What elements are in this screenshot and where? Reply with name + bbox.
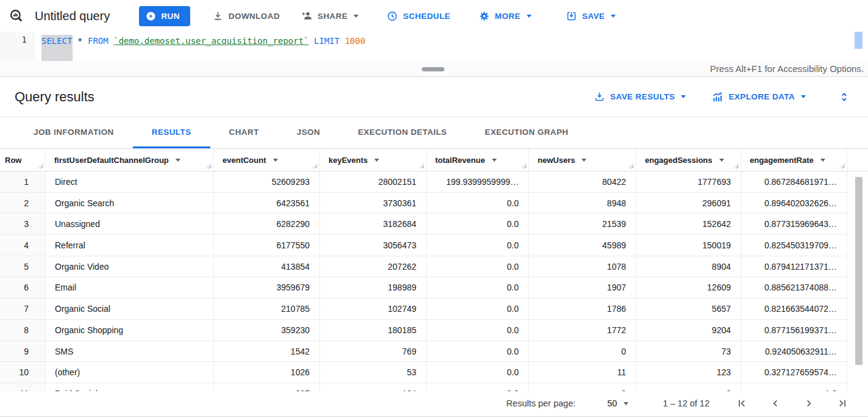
column-resize-handle[interactable]: [206, 163, 212, 168]
table-row: 10(other)1026530.0111230.327127659574…: [0, 362, 868, 383]
chevron-down-icon: [611, 15, 616, 18]
column-menu-icon[interactable]: [273, 159, 278, 162]
column-menu-icon[interactable]: [820, 159, 825, 162]
chevron-down-icon: [354, 15, 358, 18]
accessibility-hint: Press Alt+F1 for Accessibility Options.: [710, 63, 864, 74]
table-cell: 5657: [636, 298, 741, 320]
sql-token-table-link[interactable]: `demo.demoset.user_acquisition_report`: [113, 35, 308, 61]
table-cell: 198989: [320, 277, 427, 298]
save-button[interactable]: SAVE: [561, 7, 621, 26]
expand-results-button[interactable]: [835, 88, 853, 106]
table-row: 11Paid Social8871940.0061.0: [0, 383, 868, 391]
table-cell: 0.867284681971…: [741, 171, 847, 193]
results-actions: SAVE RESULTS EXPLORE DATA: [573, 87, 853, 107]
query-toolbar: Untitled query RUN DOWNLOAD: [0, 0, 868, 32]
column-header-newUsers[interactable]: newUsers: [529, 149, 636, 171]
table-cell: 6: [636, 383, 741, 391]
table-cell: 1.0: [741, 383, 847, 391]
panel-resize-handle[interactable]: [422, 67, 444, 71]
table-cell: Paid Social: [46, 383, 214, 391]
next-page-button[interactable]: [802, 397, 816, 410]
table-cell: 0.0: [427, 214, 529, 235]
column-menu-icon[interactable]: [492, 159, 497, 162]
schedule-button[interactable]: SCHEDULE: [382, 7, 455, 26]
column-menu-icon[interactable]: [719, 159, 724, 162]
table-cell: 296091: [636, 193, 741, 214]
first-page-button[interactable]: [735, 397, 749, 410]
more-button[interactable]: MORE: [474, 7, 536, 26]
column-header-engagementRate[interactable]: engagementRate: [741, 149, 847, 171]
run-button[interactable]: RUN: [139, 6, 190, 26]
page-size-select[interactable]: 50: [603, 398, 632, 409]
table-row: 8Organic Shopping3592301801850.017729204…: [0, 320, 868, 341]
column-resize-handle[interactable]: [312, 163, 318, 168]
table-cell: 199.9399959999…: [427, 171, 529, 193]
table-cell: 73: [636, 341, 741, 362]
last-page-button[interactable]: [836, 397, 849, 410]
sql-code-line[interactable]: SELECT*FROM`demo.demoset.user_acquisitio…: [35, 32, 365, 61]
table-cell: 1907: [529, 277, 636, 298]
bigquery-query-page: Untitled query RUN DOWNLOAD: [0, 0, 868, 418]
row-number-cell: 1: [0, 171, 46, 193]
table-cell: 413854: [214, 256, 320, 278]
table-header: RowfirstUserDefaultChannelGroupeventCoun…: [0, 149, 868, 171]
table-cell: 52609293: [214, 171, 320, 193]
share-button[interactable]: SHARE: [296, 6, 363, 26]
column-resize-handle[interactable]: [628, 163, 634, 168]
row-number-cell: 6: [0, 277, 46, 298]
editor-scrollbar[interactable]: [855, 32, 863, 49]
column-header-engagedSessions[interactable]: engagedSessions: [636, 149, 741, 171]
tab-results[interactable]: RESULTS: [133, 117, 210, 148]
table-cell: SMS: [46, 341, 214, 362]
tab-job-information[interactable]: JOB INFORMATION: [15, 117, 133, 148]
tab-json[interactable]: JSON: [278, 117, 339, 148]
query-magnifier-icon: [9, 8, 24, 24]
sql-editor[interactable]: 1 SELECT*FROM`demo.demoset.user_acquisit…: [0, 32, 868, 61]
table-cell: (other): [46, 362, 214, 383]
column-label: newUsers: [538, 156, 575, 165]
results-title: Query results: [15, 89, 94, 105]
tab-execution-details[interactable]: EXECUTION DETAILS: [339, 117, 466, 148]
results-grid: RowfirstUserDefaultChannelGroupeventCoun…: [0, 149, 868, 391]
first-page-icon: [735, 397, 749, 410]
table-cell: 194: [320, 383, 427, 391]
tab-execution-graph[interactable]: EXECUTION GRAPH: [466, 117, 587, 148]
column-resize-handle[interactable]: [38, 163, 43, 168]
table-scrollbar[interactable]: [855, 177, 863, 365]
column-header-totalRevenue[interactable]: totalRevenue: [427, 149, 529, 171]
column-header-keyEvents[interactable]: keyEvents: [320, 149, 427, 171]
column-resize-handle[interactable]: [839, 163, 845, 168]
tab-chart[interactable]: CHART: [210, 117, 278, 148]
prev-page-button[interactable]: [769, 397, 782, 410]
table-cell: 0.0: [427, 235, 529, 256]
pagination-bar: Results per page: 50 1 – 12 of 12: [0, 391, 868, 418]
table-cell: 3730361: [320, 193, 427, 214]
table-cell: 6282290: [214, 214, 320, 235]
table-cell: 0.327127659574…: [741, 362, 847, 383]
column-header-eventCount[interactable]: eventCount: [214, 149, 320, 171]
column-label: keyEvents: [329, 156, 368, 165]
column-resize-handle[interactable]: [419, 163, 424, 168]
table-cell: 3959679: [214, 277, 320, 298]
column-resize-handle[interactable]: [521, 163, 527, 168]
column-menu-icon[interactable]: [374, 159, 379, 162]
table-cell: 152642: [636, 214, 741, 235]
chevron-down-icon: [527, 15, 532, 18]
table-cell: 102749: [320, 298, 427, 320]
column-resize-handle[interactable]: [733, 163, 739, 168]
chevron-left-icon: [769, 397, 782, 410]
table-row: 9SMS15427690.00730.924050632911…: [0, 341, 868, 362]
save-results-button[interactable]: SAVE RESULTS: [589, 87, 691, 106]
explore-data-button[interactable]: EXPLORE DATA: [706, 87, 811, 107]
table-cell: 0: [529, 341, 636, 362]
table-cell: Organic Social: [46, 298, 214, 320]
column-header-firstUserDefaultChannelGroup[interactable]: firstUserDefaultChannelGroup: [46, 149, 214, 171]
column-menu-icon[interactable]: [582, 159, 586, 162]
table-cell: 1772: [529, 320, 636, 341]
column-label: firstUserDefaultChannelGroup: [54, 156, 169, 165]
table-cell: 0.896402032626…: [741, 193, 847, 214]
sql-token-keyword: LIMIT: [314, 35, 340, 61]
column-header-Row[interactable]: Row: [0, 149, 46, 171]
column-menu-icon[interactable]: [176, 159, 180, 162]
download-button[interactable]: DOWNLOAD: [207, 7, 285, 26]
